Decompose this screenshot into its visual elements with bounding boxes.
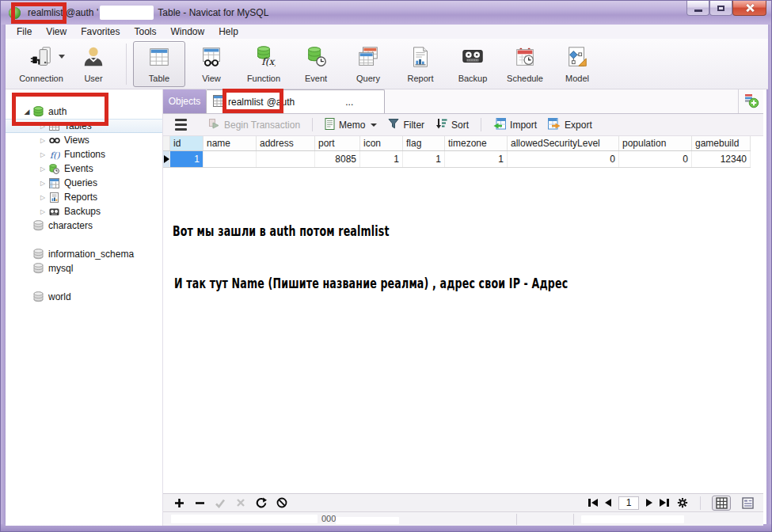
discard-changes-button[interactable] (234, 496, 247, 509)
sidebar-item-events[interactable]: ▷ Events (6, 162, 162, 176)
menu-window[interactable]: Window (164, 25, 212, 39)
filter-button[interactable]: Filter (385, 116, 428, 134)
table-button[interactable]: Table (133, 41, 185, 87)
grid-toolbar: Begin Transaction Memo Filter Sort Impor… (163, 114, 763, 136)
cell-gamebuild[interactable]: 12340 (692, 151, 751, 167)
schedule-button[interactable]: Schedule (499, 41, 551, 87)
cell-id[interactable]: 1 (170, 151, 203, 167)
maximize-icon (717, 6, 724, 11)
report-button[interactable]: Report (394, 41, 447, 87)
toolbar-separator (700, 496, 701, 510)
sidebar-item-world[interactable]: world (6, 290, 162, 304)
refresh-button[interactable] (255, 496, 268, 509)
toolbar-separator (312, 118, 313, 131)
maximize-button[interactable] (709, 1, 732, 16)
sort-button[interactable]: Sort (432, 116, 472, 134)
user-icon (82, 45, 105, 72)
column-header-allowedSecurityLevel[interactable]: allowedSecurityLevel (508, 136, 619, 150)
column-header-flag[interactable]: flag (403, 136, 445, 150)
close-button[interactable] (732, 1, 766, 16)
cell-icon[interactable]: 1 (360, 151, 403, 167)
add-record-button[interactable] (173, 496, 185, 509)
collapse-arrow-icon[interactable]: ▷ (38, 151, 48, 158)
apply-changes-button[interactable] (214, 496, 226, 509)
menu-file[interactable]: File (10, 25, 39, 39)
connection-dropdown-icon[interactable] (59, 55, 65, 59)
cell-port[interactable]: 8085 (315, 151, 360, 167)
table-row: 1 8085 1 1 1 0 0 12340 (163, 151, 751, 168)
previous-page-button[interactable] (605, 499, 611, 507)
cell-population[interactable]: 0 (619, 151, 692, 167)
sidebar-item-reports[interactable]: ▷ Reports (6, 190, 162, 204)
column-header-id[interactable]: id (170, 136, 203, 150)
menu-view[interactable]: View (39, 25, 74, 39)
import-icon (493, 118, 506, 132)
begin-transaction-button[interactable]: Begin Transaction (205, 116, 303, 135)
page-number-input[interactable]: 1 (618, 496, 639, 510)
cell-name[interactable] (203, 151, 257, 167)
export-button[interactable]: Export (545, 116, 595, 135)
title-bar[interactable]: realmlist @auth ' Table - Navicat for My… (1, 1, 772, 25)
query-button[interactable]: Query (342, 41, 394, 87)
delete-record-button[interactable] (193, 496, 206, 509)
menu-favorites[interactable]: Favorites (74, 25, 127, 39)
database-gray-icon (32, 249, 45, 260)
sidebar-item-views[interactable]: ▷ Views (6, 133, 162, 147)
sidebar-item-queries[interactable]: ▷ Queries (6, 176, 162, 190)
sidebar-item-characters[interactable]: characters (6, 218, 162, 233)
cell-timezone[interactable]: 1 (445, 151, 508, 167)
collapse-arrow-icon[interactable]: ▷ (38, 208, 48, 215)
backup-button[interactable]: Backup (447, 41, 499, 87)
next-page-button[interactable] (646, 499, 652, 507)
cell-allowedSecurityLevel[interactable]: 0 (508, 151, 619, 167)
column-header-timezone[interactable]: timezone (445, 136, 508, 150)
column-header-name[interactable]: name (203, 136, 257, 150)
settings-gear-button[interactable] (676, 496, 689, 509)
window-controls (686, 1, 766, 16)
menu-hamburger-icon[interactable] (173, 116, 189, 133)
collapse-arrow-icon[interactable]: ▷ (38, 137, 48, 144)
grid-view-button[interactable] (712, 496, 731, 511)
minimize-button[interactable] (686, 1, 709, 16)
collapse-arrow-icon[interactable]: ▷ (38, 165, 48, 173)
tab-objects[interactable]: Objects (163, 89, 206, 113)
user-button[interactable]: User (67, 41, 120, 87)
column-header-address[interactable]: address (257, 136, 315, 150)
grid-corner-cell[interactable] (163, 136, 170, 150)
sidebar-item-backups[interactable]: ▷ Backups (6, 204, 162, 218)
view-button[interactable]: View (185, 41, 238, 87)
redaction (336, 517, 399, 524)
menu-help[interactable]: Help (211, 25, 245, 39)
begin-transaction-icon (208, 118, 220, 132)
sidebar-item-functions[interactable]: ▷ f() Functions (6, 147, 162, 162)
first-page-button[interactable] (588, 499, 598, 507)
last-page-button[interactable] (660, 499, 669, 507)
table-icon (147, 45, 171, 72)
new-tab-button[interactable] (743, 92, 759, 112)
annotation-box-title (11, 2, 67, 24)
form-view-button[interactable] (738, 496, 757, 511)
sidebar-item-mysql[interactable]: mysql (6, 261, 162, 276)
column-header-icon[interactable]: icon (360, 136, 403, 150)
row-marker[interactable] (163, 151, 170, 167)
collapse-arrow-icon[interactable]: ▷ (38, 194, 48, 201)
menu-tools[interactable]: Tools (127, 25, 164, 39)
collapse-arrow-icon[interactable]: ▷ (38, 180, 48, 187)
column-header-gamebuild[interactable]: gamebuild (692, 136, 751, 150)
import-button[interactable]: Import (490, 116, 540, 135)
column-header-population[interactable]: population (619, 136, 692, 150)
view-icon (200, 45, 223, 72)
memo-button[interactable]: Memo (321, 116, 380, 135)
event-button[interactable]: Event (290, 41, 342, 87)
redaction (581, 515, 684, 523)
cell-address[interactable] (257, 151, 315, 167)
function-button[interactable]: f(x) Function (238, 41, 290, 87)
column-header-port[interactable]: port (315, 136, 360, 150)
sidebar-item-information-schema[interactable]: information_schema (6, 247, 162, 261)
stop-button[interactable] (276, 496, 288, 509)
tab-suffix: ... (345, 97, 353, 108)
connection-button[interactable]: Connection (15, 41, 67, 87)
model-button[interactable]: Model (551, 41, 603, 87)
cell-flag[interactable]: 1 (403, 151, 445, 167)
tree-spacer (6, 276, 162, 290)
